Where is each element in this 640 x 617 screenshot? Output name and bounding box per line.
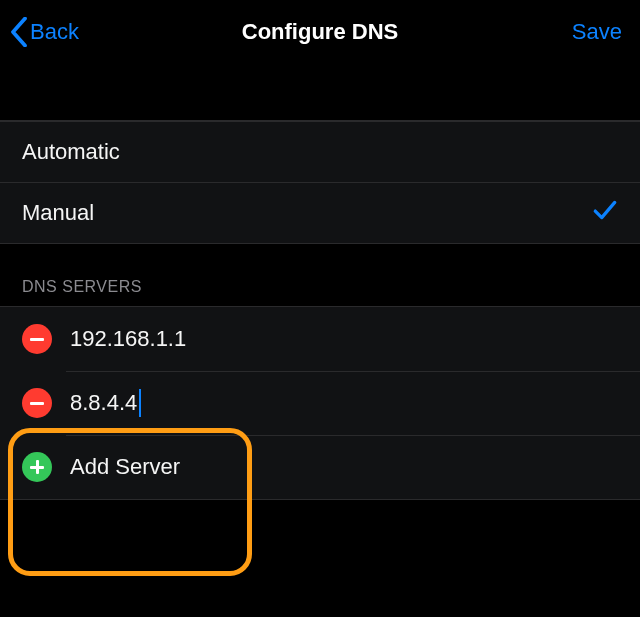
- minus-icon: [30, 402, 44, 405]
- dns-server-row[interactable]: 192.168.1.1: [0, 307, 640, 371]
- mode-option-manual[interactable]: Manual: [0, 182, 640, 243]
- back-label: Back: [30, 19, 79, 45]
- spacer: [0, 64, 640, 120]
- back-button[interactable]: Back: [10, 17, 79, 47]
- chevron-left-icon: [10, 17, 28, 47]
- page-title: Configure DNS: [0, 19, 640, 45]
- minus-icon: [30, 338, 44, 341]
- text-cursor: [139, 389, 141, 417]
- plus-icon: [36, 460, 39, 474]
- add-server-label: Add Server: [70, 454, 180, 480]
- mode-option-automatic[interactable]: Automatic: [0, 121, 640, 182]
- mode-option-label: Manual: [22, 200, 94, 226]
- mode-option-label: Automatic: [22, 139, 120, 165]
- save-button[interactable]: Save: [572, 19, 622, 45]
- dns-mode-group: Automatic Manual: [0, 120, 640, 244]
- remove-server-button[interactable]: [22, 388, 52, 418]
- add-server-row[interactable]: Add Server: [0, 435, 640, 499]
- server-ip[interactable]: 192.168.1.1: [70, 326, 186, 352]
- navigation-bar: Back Configure DNS Save: [0, 0, 640, 64]
- dns-servers-list: 192.168.1.1 8.8.4.4 Add Server: [0, 306, 640, 500]
- checkmark-icon: [592, 197, 618, 229]
- server-ip-editing[interactable]: 8.8.4.4: [70, 389, 141, 417]
- dns-server-row[interactable]: 8.8.4.4: [0, 371, 640, 435]
- section-header-dns-servers: DNS SERVERS: [0, 244, 640, 306]
- remove-server-button[interactable]: [22, 324, 52, 354]
- configure-dns-screen: Back Configure DNS Save Automatic Manual…: [0, 0, 640, 617]
- server-ip: 8.8.4.4: [70, 390, 137, 416]
- add-server-button[interactable]: [22, 452, 52, 482]
